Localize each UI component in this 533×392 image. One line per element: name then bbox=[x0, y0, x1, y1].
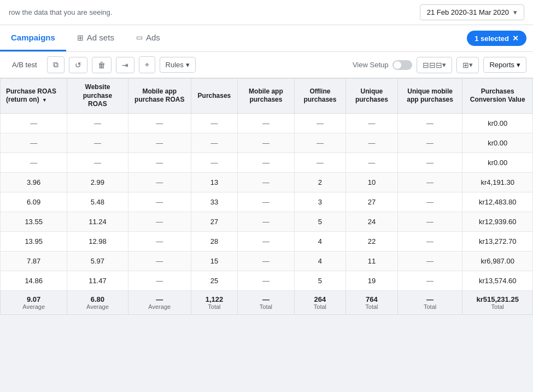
cell-purchase-roas: 13.55 bbox=[1, 212, 67, 231]
col-header-purchases[interactable]: Purchases bbox=[191, 79, 237, 114]
cell-unique-mobile: — bbox=[397, 271, 462, 290]
cell-offline: 4 bbox=[294, 251, 345, 271]
data-table: Purchase ROAS (return on) ▼ Website purc… bbox=[0, 78, 533, 315]
cell-website-roas: 12.98 bbox=[67, 231, 128, 251]
cell-website-roas: 11.24 bbox=[67, 212, 128, 231]
col-header-purchase-roas[interactable]: Purchase ROAS (return on) ▼ bbox=[1, 79, 67, 114]
cell-unique-mobile: — bbox=[397, 231, 462, 251]
tab-ads[interactable]: ▭ Ads bbox=[125, 25, 171, 51]
tag-icon: ⌖ bbox=[145, 60, 149, 69]
rules-label: Rules bbox=[166, 61, 184, 69]
col-header-mobile-roas[interactable]: Mobile app purchase ROAS bbox=[128, 79, 191, 114]
cell-unique-mobile: — bbox=[397, 192, 462, 212]
footer-unique-mobile: — Total bbox=[397, 290, 462, 314]
toggle-knob bbox=[394, 61, 401, 69]
cell-mobile-roas: — bbox=[128, 251, 191, 271]
table-row: 3.962.99—13—210—kr4,191.30 bbox=[1, 172, 533, 192]
col-header-conv-value[interactable]: Purchases Conversion Value bbox=[462, 79, 533, 114]
cell-conv-value: kr0.00 bbox=[462, 113, 533, 133]
cell-conv-value: kr12,483.80 bbox=[462, 192, 533, 212]
tab-campaigns[interactable]: Campaigns bbox=[0, 25, 66, 51]
adsets-icon: ⊞ bbox=[77, 33, 84, 42]
table-row: 6.095.48—33—327—kr12,483.80 bbox=[1, 192, 533, 212]
selected-label: 1 selected bbox=[475, 34, 509, 43]
cell-unique: — bbox=[346, 133, 398, 153]
cell-purchase-roas: 14.86 bbox=[1, 271, 67, 290]
refresh-button[interactable]: ↺ bbox=[69, 57, 87, 73]
ab-test-button[interactable]: A/B test bbox=[7, 57, 43, 72]
footer-mobile-roas: — Average bbox=[128, 290, 191, 314]
close-icon[interactable]: ✕ bbox=[512, 34, 519, 43]
rules-button[interactable]: Rules ▾ bbox=[160, 57, 196, 73]
col-header-website-roas[interactable]: Website purchase ROAS bbox=[67, 79, 128, 114]
reports-button[interactable]: Reports ▾ bbox=[483, 57, 526, 73]
cell-purchase-roas: 3.96 bbox=[1, 172, 67, 192]
table-row: 7.875.97—15—411—kr6,987.00 bbox=[1, 251, 533, 271]
toolbar: A/B test ⧉ ↺ 🗑 ⇥ ⌖ Rules ▾ View Setup ⊟⊟… bbox=[0, 52, 533, 78]
cell-unique: — bbox=[346, 113, 398, 133]
view-setup-label: View Setup bbox=[353, 61, 389, 69]
cell-conv-value: kr0.00 bbox=[462, 133, 533, 153]
cell-unique: 19 bbox=[346, 271, 398, 290]
cell-unique: 11 bbox=[346, 251, 398, 271]
columns-button[interactable]: ⊟⊟⊟ ▾ bbox=[417, 57, 452, 73]
col-header-mobile-app-purchases[interactable]: Mobile app purchases bbox=[237, 79, 294, 114]
cell-unique: — bbox=[346, 153, 398, 172]
selected-badge[interactable]: 1 selected ✕ bbox=[467, 31, 526, 46]
cell-mobile-app: — bbox=[237, 172, 294, 192]
cell-purchase-roas: — bbox=[1, 113, 67, 133]
footer-website-roas: 6.80 Average bbox=[67, 290, 128, 314]
cell-purchases: 33 bbox=[191, 192, 237, 212]
cell-purchase-roas: 6.09 bbox=[1, 192, 67, 212]
footer-mobile-app: — Total bbox=[237, 290, 294, 314]
cell-unique: 22 bbox=[346, 231, 398, 251]
export-button[interactable]: ⇥ bbox=[116, 57, 134, 73]
cell-mobile-app: — bbox=[237, 192, 294, 212]
cell-offline: — bbox=[294, 113, 345, 133]
ads-icon: ▭ bbox=[136, 33, 143, 42]
cell-mobile-roas: — bbox=[128, 192, 191, 212]
cell-offline: — bbox=[294, 153, 345, 172]
cell-offline: 4 bbox=[294, 231, 345, 251]
cell-website-roas: — bbox=[67, 133, 128, 153]
cell-mobile-app: — bbox=[237, 212, 294, 231]
date-picker[interactable]: 21 Feb 2020-31 Mar 2020 ▾ bbox=[420, 4, 524, 20]
cell-mobile-roas: — bbox=[128, 113, 191, 133]
cell-offline: — bbox=[294, 133, 345, 153]
sort-icon: ▼ bbox=[42, 97, 47, 104]
cell-conv-value: kr4,191.30 bbox=[462, 172, 533, 192]
table-row: 13.5511.24—27—524—kr12,939.60 bbox=[1, 212, 533, 231]
table-row: 14.8611.47—25—519—kr13,574.60 bbox=[1, 271, 533, 290]
cell-offline: 2 bbox=[294, 172, 345, 192]
cell-unique-mobile: — bbox=[397, 172, 462, 192]
duplicate-button[interactable]: ⧉ bbox=[47, 56, 65, 73]
col-header-offline-purchases[interactable]: Offline purchases bbox=[294, 79, 345, 114]
col-header-unique-mobile-purchases[interactable]: Unique mobile app purchases bbox=[397, 79, 462, 114]
cell-mobile-app: — bbox=[237, 271, 294, 290]
cell-conv-value: kr6,987.00 bbox=[462, 251, 533, 271]
table-row: ————————kr0.00 bbox=[1, 133, 533, 153]
nav-row: Campaigns ⊞ Ad sets ▭ Ads 1 selected ✕ bbox=[0, 25, 533, 52]
table-row: ————————kr0.00 bbox=[1, 113, 533, 133]
cell-purchases: 13 bbox=[191, 172, 237, 192]
cell-purchase-roas: — bbox=[1, 133, 67, 153]
cell-unique: 27 bbox=[346, 192, 398, 212]
campaigns-label: Campaigns bbox=[11, 33, 55, 42]
cell-mobile-roas: — bbox=[128, 172, 191, 192]
delete-button[interactable]: 🗑 bbox=[92, 57, 112, 73]
cell-unique: 24 bbox=[346, 212, 398, 231]
cell-website-roas: — bbox=[67, 113, 128, 133]
col-header-unique-purchases[interactable]: Unique purchases bbox=[346, 79, 398, 114]
filter-button[interactable]: ⊞ ▾ bbox=[456, 57, 479, 73]
tab-adsets[interactable]: ⊞ Ad sets bbox=[66, 25, 125, 51]
reports-chevron-icon: ▾ bbox=[517, 61, 520, 69]
cell-purchases: — bbox=[191, 153, 237, 172]
cell-conv-value: kr13,272.70 bbox=[462, 231, 533, 251]
cell-website-roas: — bbox=[67, 153, 128, 172]
cell-website-roas: 11.47 bbox=[67, 271, 128, 290]
cell-purchases: — bbox=[191, 113, 237, 133]
cell-purchase-roas: 13.95 bbox=[1, 231, 67, 251]
view-setup-toggle[interactable] bbox=[393, 60, 412, 70]
tag-button[interactable]: ⌖ bbox=[139, 56, 155, 73]
cell-purchase-roas: 7.87 bbox=[1, 251, 67, 271]
